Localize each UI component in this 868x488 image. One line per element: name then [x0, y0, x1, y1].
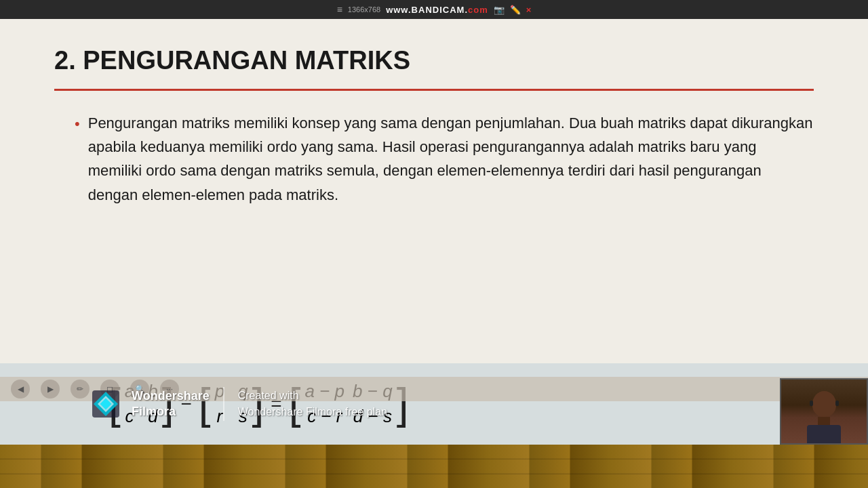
bandicam-toolbar: ≡ 1366x768 www.BANDICAM.com 📷 ✏️ ×: [0, 0, 868, 19]
watermark-divider: [223, 387, 224, 421]
bandicam-pen-icon[interactable]: ✏️: [510, 5, 521, 15]
bandicam-close-icon[interactable]: ×: [526, 5, 532, 15]
bullet-text: Pengurangan matriks memiliki konsep yang…: [88, 111, 814, 207]
webcam-overlay: [780, 378, 868, 445]
bandicam-resolution: 1366x768: [348, 5, 380, 14]
slide-area: 2. PENGURANGAN MATRIKS • Pengurangan mat…: [0, 19, 868, 445]
bullet-point: • Pengurangan matriks memiliki konsep ya…: [75, 111, 814, 207]
watermark-free-plan: Wondershare Filmora free plan: [238, 404, 387, 420]
filmora-logo-icon: [88, 386, 123, 422]
bandicam-menu-icon[interactable]: ≡: [337, 4, 342, 15]
bandicam-camera-icon[interactable]: 📷: [494, 5, 505, 15]
slide-content: 2. PENGURANGAN MATRIKS • Pengurangan mat…: [41, 19, 827, 363]
watermark-created-with: Created with: [238, 388, 387, 404]
pen-button[interactable]: ✏: [71, 380, 90, 399]
watermark-brand-text: Wondershare Filmora: [132, 388, 210, 420]
wood-floor: [0, 445, 868, 488]
slide-title: 2. PENGURANGAN MATRIKS: [54, 46, 814, 75]
slide-divider: [54, 89, 814, 91]
bandicam-logo: www.BANDICAM.com: [386, 5, 488, 15]
slide-body: • Pengurangan matriks memiliki konsep ya…: [54, 111, 814, 207]
play-button[interactable]: ▶: [41, 380, 60, 399]
prev-button[interactable]: ◀: [11, 380, 30, 399]
watermark-created-text: Created with Wondershare Filmora free pl…: [238, 388, 387, 420]
watermark-overlay: Wondershare Filmora Created with Wonders…: [88, 386, 387, 422]
webcam-feed: [781, 380, 867, 443]
bullet-dot: •: [75, 113, 80, 135]
watermark-product: Filmora: [132, 404, 210, 420]
formula-container: [ a b c d ] − [ p q r s ]: [0, 363, 868, 445]
watermark-brand: Wondershare: [132, 388, 210, 404]
